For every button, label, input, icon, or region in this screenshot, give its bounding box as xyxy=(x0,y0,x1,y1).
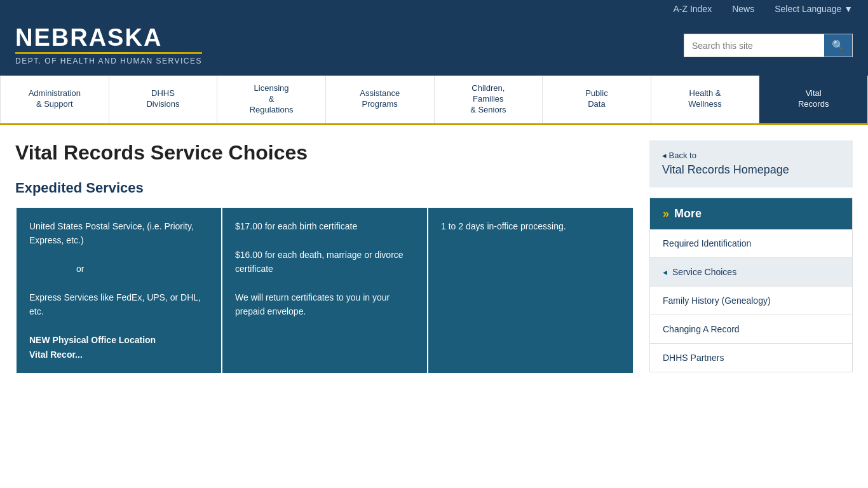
content-area: Vital Records Service Choices Expedited … xyxy=(15,140,634,374)
back-title: Vital Records Homepage xyxy=(662,163,840,177)
list-item: Family History (Genealogy) xyxy=(650,287,852,315)
nav-item-public-data[interactable]: Public Data xyxy=(543,76,651,123)
more-header: » More xyxy=(650,198,852,229)
more-label: More xyxy=(674,207,702,220)
back-to-box[interactable]: ◂ Back to Vital Records Homepage xyxy=(649,140,853,187)
search-button[interactable]: 🔍 xyxy=(824,34,852,57)
logo-underline xyxy=(15,52,202,54)
changing-a-record-link[interactable]: Changing A Record xyxy=(650,315,852,343)
back-arrow: ◂ Back to xyxy=(662,151,840,160)
main-nav: Administration & Support DHHS Divisions … xyxy=(0,76,868,125)
nav-item-administration[interactable]: Administration & Support xyxy=(0,76,109,123)
language-select[interactable]: Select Language ▼ xyxy=(775,4,853,14)
table-cell-processing: 1 to 2 days in-office processing. xyxy=(428,207,634,374)
service-table: United States Postal Service, (i.e. Prio… xyxy=(15,207,634,374)
more-list: Required Identification Service Choices … xyxy=(650,229,852,372)
nav-item-health[interactable]: Health & Wellness xyxy=(651,76,760,123)
more-box: » More Required Identification Service C… xyxy=(649,198,853,372)
nav-item-dhhs-divisions[interactable]: DHHS Divisions xyxy=(109,76,218,123)
page-title: Vital Records Service Choices xyxy=(15,140,634,165)
main-content: Vital Records Service Choices Expedited … xyxy=(0,125,868,400)
nav-item-children[interactable]: Children, Families & Seniors xyxy=(435,76,543,123)
search-input[interactable] xyxy=(684,36,824,56)
dhhs-partners-link[interactable]: DHHS Partners xyxy=(650,344,852,372)
chevrons-icon: » xyxy=(663,207,669,220)
table-row: United States Postal Service, (i.e. Prio… xyxy=(16,207,634,374)
logo-area: NEBRASKA DEPT. OF HEALTH AND HUMAN SERVI… xyxy=(15,25,202,65)
search-box: 🔍 xyxy=(684,34,853,57)
logo-nebraska: NEBRASKA xyxy=(15,25,202,50)
news-link[interactable]: News xyxy=(732,4,754,14)
table-cell-pricing: $17.00 for each birth certificate $16.00… xyxy=(222,207,428,374)
header: NEBRASKA DEPT. OF HEALTH AND HUMAN SERVI… xyxy=(0,18,868,76)
sidebar: ◂ Back to Vital Records Homepage » More … xyxy=(649,140,853,374)
search-area: 🔍 xyxy=(684,34,853,57)
logo-subtitle: DEPT. OF HEALTH AND HUMAN SERVICES xyxy=(15,57,202,65)
section-title: Expedited Services xyxy=(15,180,634,196)
list-item-active: Service Choices xyxy=(650,258,852,287)
list-item: DHHS Partners xyxy=(650,344,852,372)
family-history-link[interactable]: Family History (Genealogy) xyxy=(650,287,852,315)
service-choices-link[interactable]: Service Choices xyxy=(650,258,852,286)
nav-item-assistance[interactable]: Assistance Programs xyxy=(326,76,435,123)
list-item: Required Identification xyxy=(650,229,852,258)
nav-item-vital-records[interactable]: Vital Records xyxy=(759,76,868,123)
table-cell-delivery: United States Postal Service, (i.e. Prio… xyxy=(16,207,222,374)
list-item: Changing A Record xyxy=(650,315,852,344)
required-identification-link[interactable]: Required Identification xyxy=(650,229,852,257)
az-index-link[interactable]: A-Z Index xyxy=(673,4,712,14)
nav-item-licensing[interactable]: Licensing & Regulations xyxy=(217,76,326,123)
top-bar: A-Z Index News Select Language ▼ xyxy=(0,0,868,18)
